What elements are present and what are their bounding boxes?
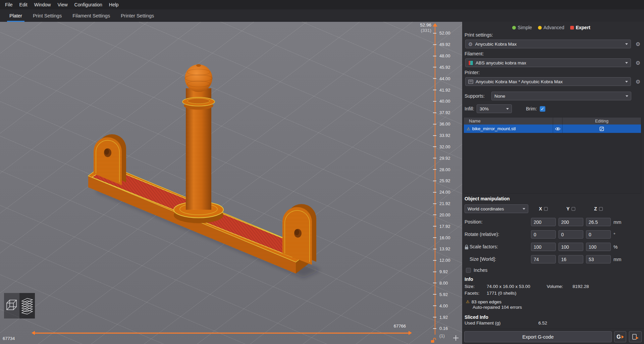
layer-tick: 48.00 bbox=[431, 50, 462, 62]
print-settings-row: ⚙ Anycubic Kobra Max ⚙ bbox=[463, 40, 644, 48]
edit-icon[interactable] bbox=[562, 125, 641, 133]
menu-item[interactable]: Edit bbox=[16, 0, 31, 9]
layer-tick: 37.92 bbox=[431, 107, 462, 118]
layer-tick: 25.92 bbox=[431, 175, 462, 187]
print-settings-gear-button[interactable]: ⚙ bbox=[634, 40, 642, 48]
info-volume-label: Volume: bbox=[547, 284, 573, 289]
menu-item[interactable]: Help bbox=[106, 0, 122, 9]
scale-x-input[interactable] bbox=[531, 243, 556, 251]
layer-tick: 41.92 bbox=[431, 84, 462, 96]
rotate-z-input[interactable] bbox=[586, 230, 611, 239]
scale-lock-icon[interactable] bbox=[464, 244, 469, 251]
brim-label: Brim: bbox=[526, 106, 537, 111]
layer-tick: 4.00 bbox=[431, 300, 462, 311]
rotate-x-input[interactable] bbox=[531, 230, 556, 239]
layer-slider-value: 52.96 (331) bbox=[399, 22, 431, 33]
layer-tick: 40.00 bbox=[431, 96, 462, 107]
crosshair-icon[interactable] bbox=[453, 335, 459, 342]
position-label: Position: bbox=[465, 218, 528, 226]
horizontal-slider-left-arrow[interactable] bbox=[32, 331, 35, 335]
filament-combo[interactable]: ABS anycubic kobra max bbox=[465, 58, 631, 67]
horizontal-slider-left-label: 67734 bbox=[3, 336, 15, 341]
menu-item[interactable]: View bbox=[54, 0, 71, 9]
size-y-input[interactable] bbox=[558, 255, 583, 263]
menu-item[interactable]: File bbox=[2, 0, 16, 9]
printer-gear-button[interactable]: ⚙ bbox=[634, 77, 642, 86]
position-y-input[interactable] bbox=[558, 218, 583, 226]
menubar: FileEditWindowViewConfigurationHelp bbox=[0, 0, 644, 9]
main-area: 52.96 (331) 52.0049.9248.0045.9244.0041.… bbox=[0, 22, 644, 344]
gcode-letter: G bbox=[616, 334, 621, 340]
tab-filament-settings[interactable]: Filament Settings bbox=[67, 9, 115, 22]
3d-view-button[interactable] bbox=[4, 293, 19, 318]
mode-selector: Simple Advanced Expert bbox=[463, 24, 644, 31]
layer-tick: 44.00 bbox=[431, 73, 462, 84]
inches-checkbox[interactable] bbox=[466, 268, 471, 273]
mode-advanced[interactable]: Advanced bbox=[538, 25, 564, 30]
scale-y-input[interactable] bbox=[558, 243, 583, 251]
horizontal-slider-track[interactable] bbox=[35, 333, 409, 334]
rotate-row: Rotate (relative): ° bbox=[463, 230, 644, 239]
position-x-input[interactable] bbox=[531, 218, 556, 226]
supports-combo[interactable]: None bbox=[491, 92, 631, 100]
mode-simple[interactable]: Simple bbox=[512, 25, 532, 30]
layer-tick: 21.92 bbox=[431, 198, 462, 209]
chevron-down-icon bbox=[625, 43, 628, 45]
size-z-input[interactable] bbox=[586, 255, 611, 263]
rotate-y-input[interactable] bbox=[558, 230, 583, 239]
export-to-sd-button[interactable] bbox=[629, 331, 642, 342]
layer-slider-thumb[interactable] bbox=[433, 23, 437, 27]
bottom-action-bar: Export G-code G bbox=[463, 329, 644, 344]
viewport-3d[interactable]: 52.96 (331) 52.0049.9248.0045.9244.0041.… bbox=[0, 22, 462, 344]
slicer-window: FileEditWindowViewConfigurationHelp Plat… bbox=[0, 0, 644, 344]
filament-value: ABS anycubic kobra max bbox=[476, 60, 526, 65]
coordinates-value: World coordinates bbox=[468, 206, 504, 211]
axis-z-header: Z bbox=[586, 206, 611, 211]
axis-y-icon[interactable] bbox=[572, 207, 575, 211]
layer-preview-button[interactable] bbox=[19, 293, 35, 318]
object-manipulation-title: Object manipulation bbox=[463, 196, 644, 202]
axis-z-icon[interactable] bbox=[599, 207, 603, 211]
axis-y-header: Y bbox=[558, 206, 583, 211]
infill-combo[interactable]: 30% bbox=[477, 104, 512, 113]
column-name[interactable]: Name bbox=[464, 118, 553, 124]
filament-gear-button[interactable]: ⚙ bbox=[634, 58, 642, 67]
export-gcode-button[interactable]: Export G-code bbox=[464, 331, 612, 342]
menu-item[interactable]: Configuration bbox=[71, 0, 106, 9]
column-visibility[interactable] bbox=[553, 117, 562, 125]
gcode-quick-export-button[interactable]: G bbox=[614, 331, 626, 342]
mode-advanced-label: Advanced bbox=[543, 25, 564, 30]
object-list-empty-area[interactable] bbox=[464, 133, 641, 193]
tab-print-settings[interactable]: Print Settings bbox=[28, 9, 67, 22]
mode-expert[interactable]: Expert bbox=[570, 25, 590, 30]
layer-tick: 20.00 bbox=[431, 209, 462, 221]
chevron-down-icon bbox=[625, 62, 628, 64]
position-z-input[interactable] bbox=[586, 218, 611, 226]
layer-tick: 16.00 bbox=[431, 232, 462, 243]
size-x-input[interactable] bbox=[531, 255, 556, 263]
printer-label: Printer: bbox=[463, 70, 644, 76]
column-editing[interactable]: Editing bbox=[562, 117, 641, 125]
model-bike-mirror-mount[interactable] bbox=[0, 22, 462, 344]
info-size-value: 74.00 x 16.00 x 53.00 bbox=[487, 284, 547, 289]
used-filament-line: Used Filament (g) 6.52 bbox=[463, 321, 644, 327]
coordinates-combo[interactable]: World coordinates bbox=[465, 204, 528, 213]
axis-x-icon[interactable] bbox=[544, 207, 548, 211]
object-row-selected[interactable]: ⚠ bike_mirror_mount.stl bbox=[464, 125, 641, 133]
layer-tick: 28.00 bbox=[431, 164, 462, 175]
eye-icon[interactable] bbox=[553, 125, 562, 133]
layer-lock-icon[interactable] bbox=[431, 337, 436, 344]
right-panel: Simple Advanced Expert Print settings: ⚙… bbox=[462, 22, 644, 344]
print-settings-combo[interactable]: ⚙ Anycubic Kobra Max bbox=[465, 40, 631, 48]
horizontal-slider-right-arrow[interactable] bbox=[409, 331, 412, 335]
layer-tick: 9.92 bbox=[431, 266, 462, 278]
info-facets-label: Facets: bbox=[465, 291, 487, 296]
scale-z-input[interactable] bbox=[586, 243, 611, 251]
layer-tick: 49.92 bbox=[431, 39, 462, 50]
tab-printer-settings[interactable]: Printer Settings bbox=[115, 9, 159, 22]
layer-bottom-label: (1) bbox=[439, 333, 445, 338]
printer-combo[interactable]: Anycubic Kobra Max * Anycubic Kobra Max bbox=[465, 77, 631, 86]
tab-plater[interactable]: Plater bbox=[4, 9, 28, 22]
brim-checkbox[interactable]: ✓ bbox=[540, 106, 545, 112]
menu-item[interactable]: Window bbox=[31, 0, 54, 9]
